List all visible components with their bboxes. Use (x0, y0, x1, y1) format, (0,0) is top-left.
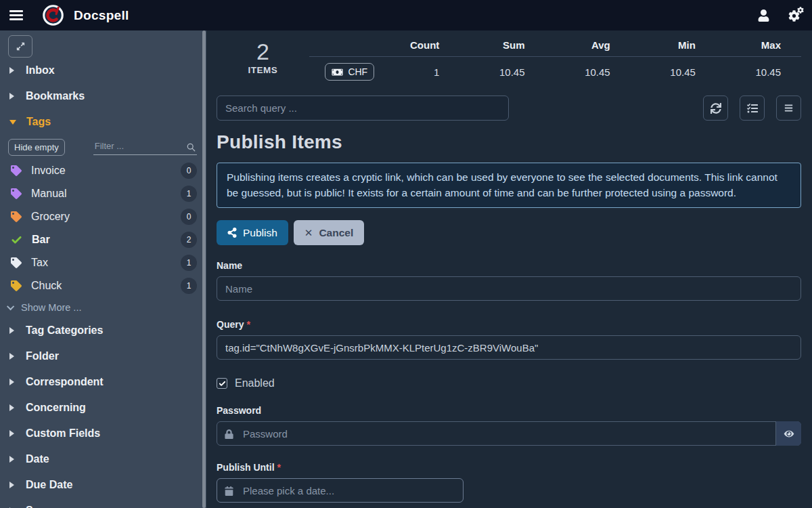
stats-col-max: Max (716, 39, 801, 51)
password-label: Password (217, 405, 801, 416)
stats-val-avg: 10.45 (545, 66, 631, 78)
sidebar-item-label: Due Date (26, 479, 72, 491)
sidebar-item-label: Folder (26, 350, 59, 362)
password-field-wrap (217, 421, 801, 446)
sidebar-item-date[interactable]: Date (0, 446, 206, 472)
password-field[interactable] (217, 421, 801, 446)
lock-icon (225, 427, 233, 440)
tag-row-chuck[interactable]: Chuck 1 (0, 274, 206, 297)
sidebar-item-label: Source (26, 505, 62, 508)
sidebar-item-tags[interactable]: Tags (0, 109, 206, 135)
sidebar-item-label: Concerning (26, 402, 86, 414)
publish-info-box: Publishing items creates a cryptic link,… (217, 163, 801, 208)
tag-icon (11, 280, 22, 291)
bars-icon (784, 104, 794, 112)
publish-button-label: Publish (243, 227, 277, 239)
hide-empty-button[interactable]: Hide empty (8, 139, 65, 156)
eye-icon (784, 429, 794, 438)
tag-filter-input[interactable] (93, 139, 197, 154)
publish-until-field-wrap (217, 478, 464, 503)
menu-options-button[interactable] (776, 96, 801, 121)
sidebar-item-concerning[interactable]: Concerning (0, 395, 206, 421)
menu-icon[interactable] (9, 10, 23, 20)
name-field[interactable] (217, 276, 801, 301)
stats-val-max: 10.45 (716, 66, 801, 78)
sidebar-item-label: Custom Fields (26, 427, 100, 440)
sidebar-item-bookmarks[interactable]: Bookmarks (0, 83, 206, 109)
tag-name: Bar (32, 234, 50, 246)
tag-row-invoice[interactable]: Invoice 0 (0, 159, 206, 182)
tag-count-badge: 2 (181, 232, 197, 248)
check-icon (219, 380, 226, 387)
refresh-button[interactable] (703, 96, 728, 121)
settings-gears-icon[interactable] (788, 9, 800, 21)
name-label: Name (217, 260, 801, 271)
enabled-checkbox-row[interactable]: Enabled (217, 377, 801, 389)
publish-button[interactable]: Publish (217, 220, 288, 245)
main-content: 2 ITEMS Count Sum Avg Min Max CHF (206, 30, 812, 508)
money-bill-icon (332, 68, 343, 77)
sync-icon (710, 103, 721, 114)
sidebar-item-label: Tag Categories (26, 324, 103, 337)
search-bar (217, 96, 801, 121)
tag-count-badge: 1 (181, 278, 197, 294)
tag-name: Invoice (31, 165, 66, 177)
sidebar: Inbox Bookmarks Tags Hide empty Invoice … (0, 30, 206, 508)
tag-row-bar[interactable]: Bar 2 (0, 228, 206, 251)
publish-until-label: Publish Until* (217, 462, 801, 473)
stats-header: 2 ITEMS Count Sum Avg Min Max CHF (217, 30, 801, 81)
sidebar-item-correspondent[interactable]: Correspondent (0, 369, 206, 395)
chevron-right-icon (9, 67, 14, 74)
sidebar-item-tag-categories[interactable]: Tag Categories (0, 318, 206, 343)
stats-val-count: 1 (374, 66, 459, 78)
tag-row-manual[interactable]: Manual 1 (0, 182, 206, 205)
tag-icon (11, 257, 22, 268)
tag-count-badge: 0 (181, 163, 197, 179)
app-title: Docspell (74, 8, 129, 23)
sidebar-item-label: Bookmarks (26, 90, 85, 102)
tag-name: Grocery (31, 211, 70, 223)
currency-label: CHF (348, 66, 367, 77)
show-password-button[interactable] (775, 421, 801, 446)
chevron-right-icon (9, 482, 14, 488)
query-field[interactable] (217, 335, 801, 360)
share-icon (227, 228, 237, 238)
stats-col-count: Count (374, 39, 459, 51)
currency-badge: CHF (325, 63, 374, 81)
sidebar-item-folder[interactable]: Folder (0, 343, 206, 369)
enabled-checkbox[interactable] (217, 378, 227, 389)
search-icon (187, 141, 196, 153)
page-title: Publish Items (217, 131, 801, 153)
docspell-logo-icon[interactable] (42, 4, 64, 26)
publish-until-field[interactable] (217, 478, 464, 503)
stats-col-avg: Avg (545, 39, 631, 51)
tag-icon (11, 188, 22, 199)
tag-name: Manual (31, 188, 66, 200)
cancel-button[interactable]: ✕ Cancel (294, 220, 364, 245)
tag-row-tax[interactable]: Tax 1 (0, 251, 206, 274)
sidebar-item-due-date[interactable]: Due Date (0, 472, 206, 498)
show-more-link[interactable]: Show More ... (0, 297, 206, 318)
tasks-list-icon (747, 103, 758, 114)
check-icon (11, 234, 22, 246)
items-count: 2 (217, 39, 309, 64)
stats-val-sum: 10.45 (459, 66, 545, 78)
tag-name: Chuck (31, 280, 62, 292)
tag-icon (11, 211, 22, 222)
collapse-sidebar-button[interactable] (8, 35, 32, 58)
calendar-icon (225, 484, 233, 496)
tag-icon (11, 165, 22, 176)
sidebar-item-custom-fields[interactable]: Custom Fields (0, 421, 206, 446)
close-icon: ✕ (304, 227, 313, 239)
expand-icon (16, 42, 25, 51)
select-mode-button[interactable] (740, 96, 765, 121)
search-query-input[interactable] (217, 96, 509, 121)
sidebar-item-label: Inbox (26, 64, 55, 77)
sidebar-item-inbox[interactable]: Inbox (0, 58, 206, 83)
cancel-button-label: Cancel (319, 227, 353, 239)
tag-row-grocery[interactable]: Grocery 0 (0, 205, 206, 228)
sidebar-scrollbar[interactable] (202, 30, 206, 508)
stats-val-min: 10.45 (631, 66, 716, 78)
user-icon[interactable] (758, 9, 769, 22)
sidebar-item-source[interactable]: Source (0, 498, 206, 508)
